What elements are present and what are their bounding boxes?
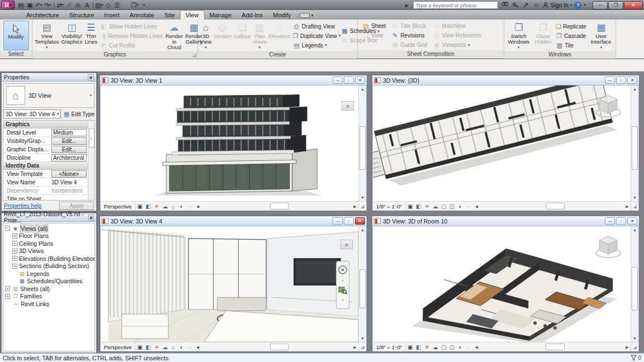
tab-annotate[interactable]: Annotate [125, 11, 159, 20]
tree-item-sections[interactable]: +Sections (Building Section) [3, 263, 94, 270]
thin-lines-button[interactable]: ☰ Thin Lines [83, 21, 98, 51]
type-selector-dropdown-icon[interactable]: ▾ [89, 93, 92, 98]
drawing-canvas-room-10[interactable] [373, 226, 631, 342]
measure-icon[interactable]: ⇄▾ [56, 1, 64, 9]
properties-scrollbar[interactable]: ≡ [88, 121, 94, 200]
viewport-close-button[interactable]: ✕ [627, 217, 637, 225]
favorites-star-icon[interactable]: ☆ [532, 1, 541, 9]
communication-center-icon[interactable] [522, 1, 530, 9]
sun-path-icon[interactable]: ☀ [423, 344, 431, 350]
elevation-button[interactable]: ⌂ Elevation [268, 21, 291, 51]
viewport-close-button[interactable]: ✕ [355, 217, 365, 225]
crop-view-icon[interactable]: ⌂ [169, 344, 178, 350]
shadows-icon[interactable]: ☁ [431, 344, 439, 350]
redo-icon[interactable]: ↷▾ [44, 1, 52, 9]
tree-item-legends[interactable]: ▤Legends [3, 270, 94, 278]
render-in-cloud-button[interactable]: ☁ Render in Cloud [164, 21, 184, 51]
graphic-display-edit-button[interactable]: Edit... [51, 146, 87, 153]
horizontal-scrollbar[interactable]: ◀▶ [195, 342, 358, 351]
temporary-hide-isolate-icon[interactable]: ◐ [456, 203, 465, 209]
show-crop-icon[interactable]: ◫ [448, 344, 456, 350]
temporary-hide-isolate-icon[interactable]: ◐ [456, 344, 465, 350]
shadows-icon[interactable]: ☁ [431, 203, 439, 209]
visual-style-icon[interactable]: ◧ [414, 203, 423, 209]
expand-icon[interactable]: + [12, 264, 17, 269]
identity-data-section-header[interactable]: Identity Data≈ [3, 162, 94, 170]
replicate-button[interactable]: ❏Replicate [556, 22, 586, 31]
tree-item-3d-views[interactable]: +3D Views [3, 247, 94, 255]
open-icon[interactable]: ▤ [17, 1, 25, 9]
viewport-close-button[interactable]: ✕ [627, 77, 637, 84]
visual-style-icon[interactable]: ◧ [144, 203, 153, 209]
revit-app-button[interactable]: R▾ [1, 1, 15, 9]
thin-lines-icon[interactable]: ☰ [113, 1, 121, 9]
modify-button[interactable]: Modify [3, 21, 29, 50]
tree-item-ceiling-plans[interactable]: +Ceiling Plans [3, 240, 94, 247]
resize-grip[interactable]: ◢ [631, 342, 638, 351]
drafting-view-button[interactable]: ⎙Drafting View [293, 22, 338, 31]
vertical-scrollbar[interactable]: ▲▼ [358, 85, 366, 201]
3d-view-button[interactable]: ⌂ 3D View▾ [199, 21, 212, 51]
ribbon-display-toggle[interactable]: ▾ [300, 13, 314, 20]
title-block-button[interactable]: ▭Title Block [391, 22, 427, 30]
viewcube[interactable] [594, 233, 623, 260]
guide-grid-button[interactable]: ▦Guide Grid [391, 41, 427, 49]
viewcube-collapsed-icon[interactable]: ▦ [342, 101, 354, 111]
collapse-icon[interactable]: − [5, 226, 10, 231]
view-template-button[interactable]: <None> [51, 170, 87, 178]
expand-icon[interactable]: + [12, 234, 17, 239]
view-templates-button[interactable]: ▤ View Templates▾ [34, 21, 60, 51]
shadows-icon[interactable]: ☁ [161, 344, 169, 350]
scale-label[interactable]: 1/8" = 1'-0" [373, 202, 406, 211]
expand-icon[interactable]: + [5, 294, 10, 299]
detail-level-icon[interactable]: ▣ [136, 344, 144, 350]
detail-level-icon[interactable]: ▣ [136, 203, 144, 209]
viewport-titlebar[interactable]: 3D View: 3D View 1 —▫✕ [100, 75, 367, 85]
visual-style-icon[interactable]: ◧ [144, 344, 153, 350]
sun-path-icon[interactable]: ☀ [153, 203, 161, 209]
revisions-button[interactable]: ✎Revisions [391, 31, 427, 40]
tab-view[interactable]: View [180, 10, 205, 20]
tree-item-views[interactable]: −◉Views (all) [3, 225, 94, 232]
reveal-hidden-icon[interactable]: ◌ [186, 203, 195, 209]
vertical-scrollbar[interactable]: ▲▼ [631, 85, 638, 201]
plan-views-button[interactable]: ▥ Plan Views▾ [252, 21, 268, 51]
section-icon[interactable]: ◇ [104, 1, 112, 9]
tree-item-revit-links[interactable]: ∞Revit Links [3, 300, 94, 308]
tree-item-elevations[interactable]: +Elevations (Building Elevation) [3, 255, 94, 263]
infocenter-collapse-icon[interactable]: ▸ [402, 1, 411, 9]
visibility-edit-button[interactable]: Edit... [51, 137, 87, 145]
show-hidden-lines-button[interactable]: ◧Show Hidden Lines [100, 22, 163, 31]
horizontal-scrollbar[interactable]: ◀▶ [473, 342, 631, 351]
viewport-minimize-button[interactable]: — [605, 217, 615, 225]
viewport-minimize-button[interactable]: — [333, 217, 343, 225]
undo-icon[interactable]: ↶▾ [35, 1, 43, 9]
viewcube-collapsed-icon[interactable]: ▦ [340, 240, 353, 249]
view-button[interactable]: ❏View [362, 31, 386, 40]
viewport-restore-button[interactable]: ▫ [344, 217, 354, 225]
close-hidden-windows-icon[interactable]: ▢ [122, 1, 130, 9]
detail-level-value[interactable]: Medium [51, 129, 87, 136]
tab-insert[interactable]: Insert [99, 11, 125, 20]
visibility-graphics-button[interactable]: ◫ Visibility/ Graphics [60, 21, 83, 51]
tab-architecture[interactable]: Architecture [21, 11, 64, 20]
reveal-hidden-icon[interactable]: ◌ [465, 203, 473, 209]
duplicate-view-button[interactable]: ❐Duplicate View▾ [293, 32, 338, 40]
shadows-icon[interactable]: ☁ [161, 203, 169, 209]
viewport-titlebar[interactable]: 3D View: {3D} —▫✕ [372, 75, 639, 85]
selection-filter[interactable]: 0 [631, 355, 641, 361]
vertical-scrollbar[interactable]: ▲▼ [358, 226, 366, 342]
graphics-section-header[interactable]: Graphics≈ [3, 121, 94, 128]
viewport-minimize-button[interactable]: — [605, 77, 615, 84]
help-search-input[interactable] [413, 1, 498, 9]
restore-button[interactable]: ❐ [608, 1, 623, 9]
viewport-restore-button[interactable]: ▫ [616, 77, 626, 84]
expand-icon[interactable]: + [12, 256, 17, 261]
resize-grip[interactable]: ◢ [358, 202, 366, 211]
text-icon[interactable]: A [83, 1, 91, 9]
properties-caption-bar[interactable]: Properties ▣ [2, 73, 96, 82]
remove-hidden-lines-button[interactable]: ◨Remove Hidden Lines [100, 32, 163, 40]
viewport-titlebar[interactable]: 3D View: 3D of Room 10 —▫✕ [372, 216, 639, 226]
tile-button[interactable]: ▥Tile [556, 41, 586, 50]
search-icon[interactable] [500, 1, 509, 9]
